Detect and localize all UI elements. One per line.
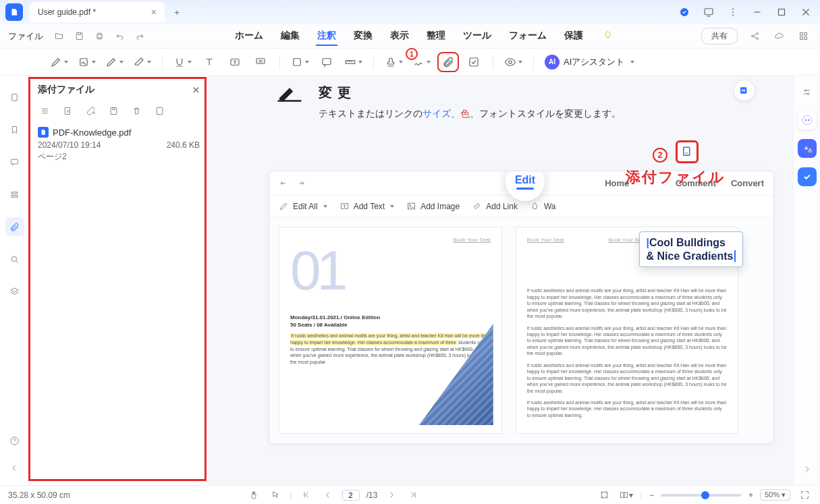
share-button[interactable]: 共有 — [701, 28, 738, 45]
more-icon[interactable] — [721, 3, 744, 22]
close-tab-icon[interactable]: × — [151, 7, 157, 18]
file-page: ページ2 — [38, 151, 200, 163]
attachments-icon[interactable] — [5, 217, 24, 236]
menu-edit[interactable]: 編集 — [279, 27, 301, 46]
thumbnails-icon[interactable] — [5, 88, 24, 107]
add-attachment-icon[interactable] — [84, 104, 97, 117]
page-input[interactable] — [342, 490, 360, 501]
svg-rect-34 — [684, 147, 690, 155]
minimize-button[interactable] — [746, 3, 769, 22]
list-view-icon[interactable] — [38, 104, 51, 117]
attachment-icon[interactable] — [437, 52, 459, 72]
expand-right-icon[interactable] — [798, 459, 817, 478]
menu-comment[interactable]: 注釈 — [316, 27, 337, 46]
attachment-item[interactable]: PDF-Knowledge.pdf 2024/07/10 19:14 240.6… — [30, 120, 208, 167]
brand-button[interactable] — [673, 3, 696, 22]
cloud-icon[interactable] — [770, 28, 788, 45]
zoom-value[interactable]: 50% ▾ — [760, 489, 790, 501]
word-export-icon[interactable]: W — [734, 80, 755, 101]
search-icon[interactable] — [5, 250, 24, 269]
note-icon[interactable] — [316, 52, 337, 72]
document-canvas[interactable]: W 変更 テキストまたはリンクのサイズ、色、フォントスタイルを変更します。 2 — [208, 76, 793, 485]
file-menu[interactable]: ファイル — [8, 30, 43, 43]
close-window-button[interactable] — [794, 3, 817, 22]
comments-icon[interactable] — [5, 152, 24, 171]
bookmarks-icon[interactable] — [5, 120, 24, 139]
menu-convert[interactable]: 変換 — [352, 27, 374, 46]
select-tool-icon[interactable] — [269, 488, 283, 503]
signature-icon[interactable]: 1 — [410, 52, 433, 72]
svg-text:W: W — [742, 88, 746, 92]
mock-addlink: Add Link — [472, 201, 518, 211]
svg-rect-7 — [97, 35, 102, 38]
grid-icon[interactable] — [794, 28, 812, 45]
maximize-button[interactable] — [770, 3, 793, 22]
eraser-icon[interactable] — [130, 52, 154, 72]
document-tab[interactable]: User guide.pdf * × — [30, 2, 165, 22]
open-icon[interactable] — [50, 28, 67, 45]
menu-organize[interactable]: 整理 — [425, 27, 447, 46]
right-sidebar: Aあ — [793, 76, 820, 485]
checkbox-icon[interactable] — [463, 52, 485, 72]
shape-icon[interactable] — [288, 52, 312, 72]
lightbulb-icon[interactable] — [599, 27, 617, 45]
visibility-icon[interactable] — [501, 52, 525, 72]
underline-icon[interactable] — [171, 52, 194, 72]
save-attachment-icon[interactable] — [107, 104, 120, 117]
read-mode-icon[interactable]: ▾ — [619, 488, 634, 503]
undo-icon[interactable] — [111, 28, 128, 45]
attachment-annotation-icon[interactable] — [676, 140, 699, 163]
menu-form[interactable]: フォーム — [508, 27, 548, 46]
info-attachment-icon[interactable] — [153, 104, 166, 117]
mock-app: Edit Home Edit Comment Convert Edit All … — [269, 171, 774, 444]
menu-view[interactable]: 表示 — [389, 27, 410, 46]
svg-rect-29 — [65, 107, 70, 114]
first-page-icon[interactable] — [299, 488, 314, 503]
zoom-slider[interactable] — [661, 494, 742, 497]
share-network-icon[interactable] — [746, 28, 763, 45]
help-icon[interactable] — [5, 431, 24, 450]
next-page-icon[interactable] — [384, 488, 399, 503]
hand-tool-icon[interactable] — [247, 488, 262, 503]
titlebar: User guide.pdf * × + — [0, 0, 820, 24]
redo-icon[interactable] — [131, 28, 148, 45]
svg-point-2 — [732, 8, 734, 9]
menu-protect[interactable]: 保護 — [563, 27, 584, 46]
translate-icon[interactable]: Aあ — [798, 139, 817, 158]
task-icon[interactable] — [798, 167, 817, 186]
fullscreen-icon[interactable] — [797, 488, 812, 503]
settings-slider-icon[interactable] — [798, 82, 817, 101]
save-icon[interactable] — [70, 28, 88, 45]
pencil-icon[interactable] — [103, 52, 126, 72]
collapse-icon[interactable] — [5, 458, 24, 477]
mock-tab-home: Home — [605, 178, 629, 188]
open-attachment-icon[interactable] — [61, 104, 74, 117]
fields-icon[interactable] — [5, 185, 24, 204]
callout-icon[interactable] — [250, 52, 271, 72]
last-page-icon[interactable] — [406, 488, 420, 503]
menu-home[interactable]: ホーム — [234, 27, 265, 46]
delete-attachment-icon[interactable] — [130, 104, 143, 117]
zoom-out-icon[interactable]: − — [649, 491, 654, 500]
stamp-icon[interactable] — [382, 52, 406, 72]
svg-rect-5 — [779, 9, 785, 16]
ai-assistant-button[interactable]: AI AIアシスタント — [542, 52, 637, 72]
textbox-icon[interactable] — [224, 52, 246, 72]
feedback-icon[interactable] — [697, 3, 720, 22]
prev-page-icon[interactable] — [321, 488, 335, 503]
area-highlight-icon[interactable] — [75, 52, 99, 72]
mock-page-2: Book Your Seat Book Your Seat Book Your … — [516, 227, 739, 434]
fit-page-icon[interactable] — [597, 488, 612, 503]
panel-close-icon[interactable]: ✕ — [192, 85, 200, 95]
ai-chat-icon[interactable] — [798, 111, 817, 130]
menu-tools[interactable]: ツール — [462, 27, 493, 46]
text-icon[interactable] — [198, 52, 220, 72]
highlighter-icon[interactable] — [47, 52, 71, 72]
change-title: 変更 — [319, 84, 621, 102]
new-tab-button[interactable]: + — [167, 3, 186, 22]
zoom-in-icon[interactable]: + — [748, 491, 753, 500]
svg-point-10 — [757, 38, 759, 40]
print-icon[interactable] — [90, 28, 108, 45]
measure-icon[interactable] — [341, 52, 365, 72]
layers-icon[interactable] — [5, 282, 24, 301]
